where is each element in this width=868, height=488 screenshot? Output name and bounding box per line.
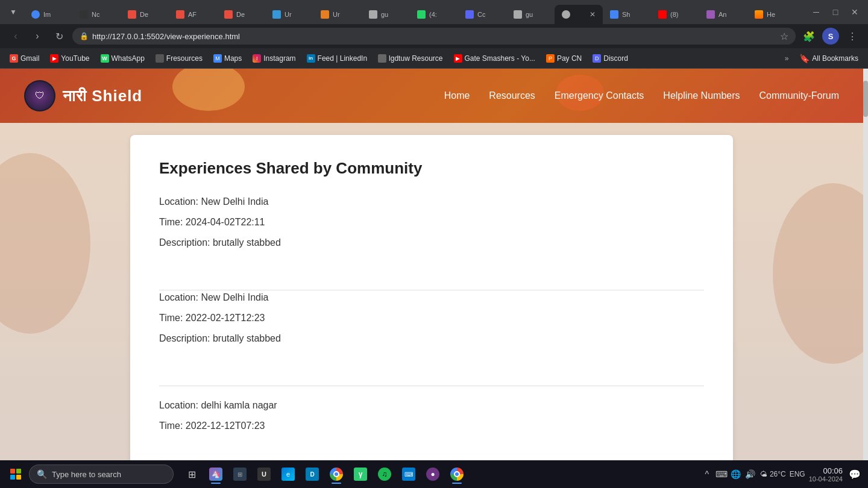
- browser-tab-active[interactable]: ✕: [555, 5, 603, 24]
- bookmark-gmail[interactable]: G Gmail: [5, 52, 44, 65]
- taskbar-app-unicorn[interactable]: 🦄: [205, 463, 227, 485]
- tab-bar: Im Nc De AF De: [24, 0, 800, 24]
- clock-area[interactable]: 00:06 10-04-2024: [809, 466, 843, 483]
- browser-tab-8[interactable]: gu: [362, 5, 410, 24]
- taskbar-app-dell[interactable]: D: [301, 463, 323, 485]
- close-button[interactable]: ✕: [846, 4, 863, 20]
- browser-tab-15[interactable]: An: [699, 5, 747, 24]
- clock-date: 10-04-2024: [809, 475, 843, 483]
- nav-emergency-contacts[interactable]: Emergency Contacts: [555, 90, 644, 101]
- taskbar-app-chrome[interactable]: [326, 463, 347, 485]
- bookmark-whatsapp[interactable]: W WhatsApp: [96, 52, 149, 65]
- experience-entry-2: Location: New Delhi India Time: 2022-02-…: [159, 290, 704, 369]
- taskbar-apps: ⊞ 🦄 ⊞ U e: [181, 463, 468, 485]
- nav-community-forum[interactable]: Community-Forum: [760, 90, 839, 101]
- browser-tab-14[interactable]: (8): [651, 5, 699, 24]
- nav-home[interactable]: Home: [444, 90, 470, 101]
- chrome-active-indicator: [332, 483, 341, 484]
- browser-tab-9[interactable]: (4:: [410, 5, 458, 24]
- start-button[interactable]: [5, 463, 27, 485]
- all-bookmarks-button[interactable]: 🔖 All Bookmarks: [794, 51, 863, 66]
- experience-entry-1: Location: New Delhi India Time: 2024-04-…: [159, 195, 704, 273]
- browser-tab-2[interactable]: Nc: [72, 5, 121, 24]
- reload-button[interactable]: ↻: [51, 28, 68, 45]
- browser-tab-7[interactable]: Ur: [313, 5, 362, 24]
- browser-tab-1[interactable]: Im: [24, 5, 72, 24]
- bookmark-pay[interactable]: P Pay CN: [541, 52, 587, 65]
- tab-list-button[interactable]: ▼: [5, 4, 22, 20]
- windows-icon: [10, 469, 21, 480]
- divider: [159, 386, 704, 386]
- bookmark-youtube[interactable]: ▶ YouTube: [45, 52, 94, 65]
- bookmark-gate[interactable]: ▶ Gate Smashers - Yo...: [449, 52, 540, 65]
- bookmark-maps[interactable]: M Maps: [209, 52, 247, 65]
- experience-1-description: Description: brutally stabbed: [159, 236, 704, 250]
- browser-tab-3[interactable]: De: [121, 5, 169, 24]
- experience-3-location: Location: delhi kamla nagar: [159, 398, 704, 413]
- bookmark-discord[interactable]: D Discord: [588, 52, 633, 65]
- nav-resources[interactable]: Resources: [489, 90, 535, 101]
- browser-tab-17[interactable]: W: [796, 5, 800, 24]
- language-indicator[interactable]: ENG: [790, 470, 805, 478]
- speaker-icon[interactable]: 🔊: [744, 468, 756, 480]
- minimize-button[interactable]: ─: [808, 4, 825, 20]
- extensions-button[interactable]: 🧩: [800, 28, 817, 45]
- keyboard-icon[interactable]: ⌨: [715, 468, 728, 480]
- experience-1-time: Time: 2024-04-02T22:11: [159, 215, 704, 230]
- taskbar-search[interactable]: 🔍 Type here to search: [29, 465, 174, 484]
- bookmark-lgdtuw[interactable]: lgdtuw Resource: [373, 52, 447, 65]
- browser-tab-13[interactable]: Sh: [603, 5, 651, 24]
- experience-2-location: Location: New Delhi India: [159, 290, 704, 305]
- bookmark-instagram[interactable]: I Instagram: [248, 52, 300, 65]
- taskbar-app-chrome2[interactable]: [446, 463, 468, 485]
- taskbar-app-purple[interactable]: ●: [422, 463, 444, 485]
- search-placeholder: Type here to search: [52, 470, 121, 479]
- bg-blob-left: [0, 153, 90, 334]
- search-icon: 🔍: [37, 469, 47, 479]
- url-bar[interactable]: 🔒 http://127.0.0.1:5502/view-experience.…: [72, 28, 796, 45]
- back-button[interactable]: ‹: [7, 28, 24, 45]
- browser-tab-4[interactable]: AF: [169, 5, 217, 24]
- tab-close-button[interactable]: ✕: [590, 10, 596, 19]
- url-text: http://127.0.0.1:5502/view-experience.ht…: [92, 32, 780, 41]
- weather-widget[interactable]: 🌤 26°C: [760, 470, 786, 478]
- scrollbar-thumb[interactable]: [863, 81, 868, 117]
- taskbar-app-taskview[interactable]: ⊞: [181, 463, 203, 485]
- chevron-up-icon[interactable]: ^: [701, 468, 713, 480]
- taskbar: 🔍 Type here to search ⊞ 🦄 ⊞: [0, 460, 868, 488]
- star-button[interactable]: ☆: [780, 31, 788, 42]
- browser-tab-16[interactable]: He: [747, 5, 796, 24]
- network-icon[interactable]: 🌐: [730, 468, 742, 480]
- experience-1-location: Location: New Delhi India: [159, 195, 704, 209]
- browser-menu-button[interactable]: ⋮: [844, 28, 861, 45]
- bookmark-fresources[interactable]: Fresources: [151, 52, 207, 65]
- system-tray: ^ ⌨ 🌐 🔊 🌤 26°C ENG 00:06 10-04-2024 💬: [701, 466, 863, 483]
- bookmark-linkedin[interactable]: in Feed | LinkedIn: [302, 52, 373, 65]
- forward-button[interactable]: ›: [29, 28, 46, 45]
- webpage-content[interactable]: 🛡 नारी Shield Home Resources Emergency C…: [0, 69, 863, 460]
- profile-button[interactable]: S: [822, 28, 839, 45]
- browser-tab-11[interactable]: gu: [506, 5, 555, 24]
- experience-entry-3: Location: delhi kamla nagar Time: 2022-1…: [159, 398, 704, 456]
- notification-button[interactable]: 💬: [846, 466, 863, 483]
- maximize-button[interactable]: □: [827, 4, 844, 20]
- browser-tab-6[interactable]: Ur: [265, 5, 313, 24]
- taskbar-app-spotify[interactable]: ♫: [374, 463, 395, 485]
- browser-tab-5[interactable]: De: [217, 5, 265, 24]
- logo-inner: 🛡: [25, 81, 54, 110]
- bookmarks-overflow-button[interactable]: »: [780, 52, 794, 65]
- bg-blob-right: [773, 183, 863, 364]
- scrollbar[interactable]: [863, 69, 868, 460]
- taskbar-app-gamma[interactable]: γ: [350, 463, 371, 485]
- taskbar-app-vscode[interactable]: ⌨: [398, 463, 420, 485]
- nav-helpline[interactable]: Helpline Numbers: [663, 90, 740, 101]
- browser-tab-10[interactable]: Cc: [458, 5, 506, 24]
- title-bar: ▼ Im Nc De AF: [0, 0, 868, 24]
- taskbar-app-taskmanager[interactable]: ⊞: [229, 463, 251, 485]
- taskbar-app-edge[interactable]: e: [277, 463, 299, 485]
- logo-area: 🛡 नारी Shield: [24, 80, 142, 111]
- logo-circle: 🛡: [24, 80, 55, 111]
- experience-2-time: Time: 2022-02-12T12:23: [159, 311, 704, 325]
- taskbar-app-unity[interactable]: U: [253, 463, 275, 485]
- url-secure-icon: 🔒: [80, 32, 89, 40]
